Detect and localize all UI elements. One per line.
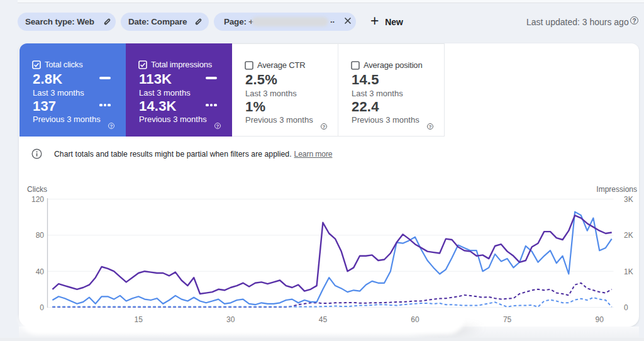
svg-text:45: 45 xyxy=(319,315,328,324)
svg-text:Impressions: Impressions xyxy=(596,185,637,194)
svg-text:2K: 2K xyxy=(624,231,633,240)
svg-text:Clicks: Clicks xyxy=(27,185,47,194)
svg-text:40: 40 xyxy=(36,267,45,276)
svg-text:80: 80 xyxy=(36,231,45,240)
svg-text:120: 120 xyxy=(31,195,44,204)
svg-text:0: 0 xyxy=(40,303,44,312)
svg-text:60: 60 xyxy=(411,315,419,324)
svg-text:1K: 1K xyxy=(624,267,633,276)
svg-text:75: 75 xyxy=(503,315,512,324)
svg-text:0: 0 xyxy=(624,303,628,312)
svg-text:90: 90 xyxy=(596,315,604,324)
svg-text:15: 15 xyxy=(135,315,143,324)
svg-text:3K: 3K xyxy=(624,195,633,204)
svg-text:30: 30 xyxy=(226,315,235,324)
